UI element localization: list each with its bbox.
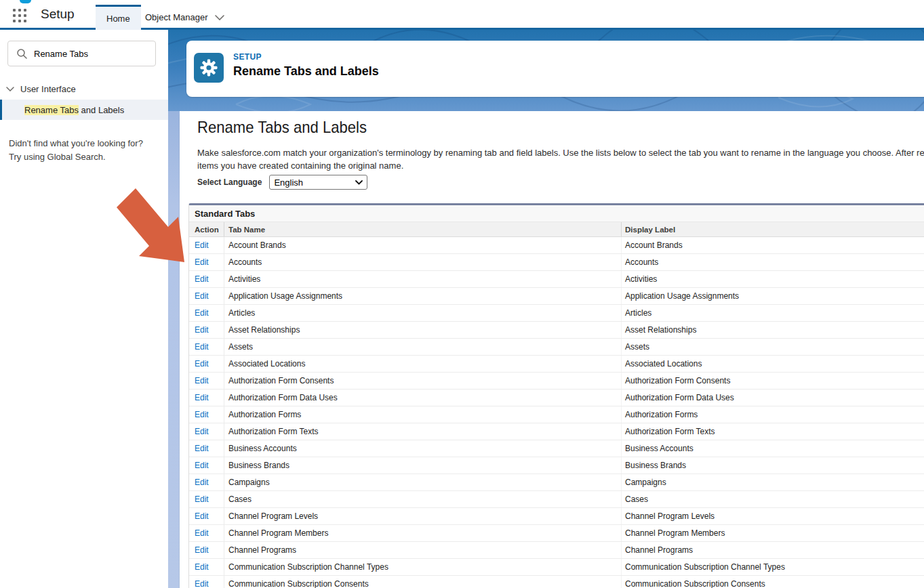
display-label-cell: Articles (622, 305, 924, 321)
action-cell: Edit (189, 440, 224, 457)
display-label-text: Business Brands (625, 461, 686, 470)
action-cell: Edit (189, 271, 224, 287)
description-line-2: items you have created containing the or… (197, 159, 924, 172)
tab-name-cell: Account Brands (224, 237, 622, 253)
display-label-text: Cases (625, 495, 648, 504)
edit-link[interactable]: Edit (195, 579, 209, 588)
action-cell: Edit (189, 423, 224, 440)
table-section-header: Standard Tabs (189, 205, 924, 222)
sidebar-section-user-interface[interactable]: User Interface (0, 79, 168, 98)
table-row: EditAccountsAccounts (189, 254, 924, 271)
display-label-cell: Activities (622, 271, 924, 287)
table-row: EditCommunication Subscription ConsentsC… (189, 576, 924, 588)
action-cell: Edit (189, 322, 224, 338)
table-row: EditChannel ProgramsChannel Programs (189, 542, 924, 559)
tab-name-text: Accounts (228, 257, 262, 267)
display-label-cell: Assets (622, 339, 924, 355)
tab-name-cell: Activities (224, 271, 622, 287)
salesforce-logo-fragment (20, 0, 31, 3)
display-label-text: Authorization Form Data Uses (625, 393, 734, 402)
display-label-text: Communication Subscription Channel Types (625, 562, 785, 572)
action-cell: Edit (189, 356, 224, 372)
edit-link[interactable]: Edit (195, 325, 209, 335)
tab-name-text: Cases (228, 495, 252, 504)
language-select-label: Select Language (197, 177, 262, 187)
table-row: EditAuthorization Form ConsentsAuthoriza… (189, 373, 924, 390)
edit-link[interactable]: Edit (195, 342, 209, 352)
standard-tabs-table: Standard Tabs Action Tab Name Display La… (188, 203, 924, 588)
sidebar-item-rename-tabs-and-labels[interactable]: Rename Tabs and Labels (0, 100, 168, 120)
tab-object-manager-label: Object Manager (145, 12, 208, 22)
tab-name-text: Business Brands (228, 461, 289, 470)
display-label-cell: Accounts (622, 254, 924, 270)
table-row: EditAuthorization FormsAuthorization For… (189, 406, 924, 423)
edit-link[interactable]: Edit (195, 274, 209, 284)
tab-name-text: Business Accounts (228, 444, 297, 453)
edit-link[interactable]: Edit (195, 240, 209, 250)
edit-link[interactable]: Edit (195, 495, 209, 504)
display-label-text: Accounts (625, 257, 658, 267)
display-label-text: Application Usage Assignments (625, 291, 739, 301)
display-label-cell: Business Accounts (622, 440, 924, 457)
edit-link[interactable]: Edit (195, 376, 209, 385)
tab-name-text: Asset Relationships (228, 325, 300, 335)
display-label-cell: Authorization Form Data Uses (622, 390, 924, 406)
table-row: EditAsset RelationshipsAsset Relationshi… (189, 322, 924, 339)
display-label-cell: Cases (622, 491, 924, 507)
action-cell: Edit (189, 474, 224, 490)
edit-link[interactable]: Edit (195, 528, 209, 538)
edit-link[interactable]: Edit (195, 257, 209, 267)
display-label-cell: Application Usage Assignments (622, 288, 924, 304)
sidebar-search-box[interactable] (7, 41, 156, 66)
edit-link[interactable]: Edit (195, 444, 209, 453)
action-cell: Edit (189, 525, 224, 541)
display-label-cell: Account Brands (622, 237, 924, 253)
tab-name-cell: Application Usage Assignments (224, 288, 622, 304)
edit-link[interactable]: Edit (195, 545, 209, 555)
edit-link[interactable]: Edit (195, 393, 209, 402)
action-cell: Edit (189, 491, 224, 507)
tab-name-text: Authorization Form Consents (228, 376, 334, 385)
display-label-text: Channel Program Levels (625, 511, 715, 521)
tab-name-cell: Associated Locations (224, 356, 622, 372)
tab-name-text: Communication Subscription Consents (228, 579, 369, 588)
display-label-cell: Communication Subscription Consents (622, 576, 924, 588)
edit-link[interactable]: Edit (195, 308, 209, 318)
setup-gear-icon (194, 53, 224, 83)
search-input[interactable] (34, 49, 142, 59)
edit-link[interactable]: Edit (195, 562, 209, 572)
language-select[interactable]: English (269, 175, 367, 190)
display-label-text: Business Accounts (625, 444, 694, 453)
sidebar-scroll-gutter[interactable] (168, 111, 180, 588)
tab-name-cell: Campaigns (224, 474, 622, 490)
edit-link[interactable]: Edit (195, 461, 209, 470)
tab-name-cell: Authorization Form Consents (224, 373, 622, 389)
display-label-cell: Business Brands (622, 457, 924, 474)
edit-link[interactable]: Edit (195, 478, 209, 487)
tab-object-manager[interactable]: Object Manager (134, 5, 235, 30)
action-cell: Edit (189, 559, 224, 575)
page-header-title: Rename Tabs and Labels (233, 64, 379, 79)
setup-sidebar: User Interface Rename Tabs and Labels Di… (0, 30, 168, 588)
edit-link[interactable]: Edit (195, 291, 209, 301)
display-label-cell: Authorization Form Consents (622, 373, 924, 389)
tab-name-text: Campaigns (228, 478, 270, 487)
edit-link[interactable]: Edit (195, 427, 209, 436)
edit-link[interactable]: Edit (195, 511, 209, 521)
app-launcher-icon[interactable] (13, 9, 29, 25)
display-label-text: Channel Programs (625, 545, 693, 555)
tab-name-cell: Articles (224, 305, 622, 321)
app-launcher-dot (18, 9, 21, 12)
edit-link[interactable]: Edit (195, 359, 209, 369)
language-select-value: English (274, 177, 303, 188)
display-label-text: Authorization Form Texts (625, 427, 715, 436)
column-header-display-label: Display Label (622, 222, 924, 236)
display-label-text: Authorization Forms (625, 410, 698, 419)
tab-name-text: Channel Program Members (228, 528, 328, 538)
main-content-card: Rename Tabs and Labels Make salesforce.c… (180, 111, 924, 588)
sidebar-item-label-rest: and Labels (79, 105, 124, 115)
edit-link[interactable]: Edit (195, 410, 209, 419)
app-launcher-dot (13, 14, 16, 17)
display-label-text: Articles (625, 308, 651, 318)
column-header-tab-name: Tab Name (224, 222, 622, 236)
